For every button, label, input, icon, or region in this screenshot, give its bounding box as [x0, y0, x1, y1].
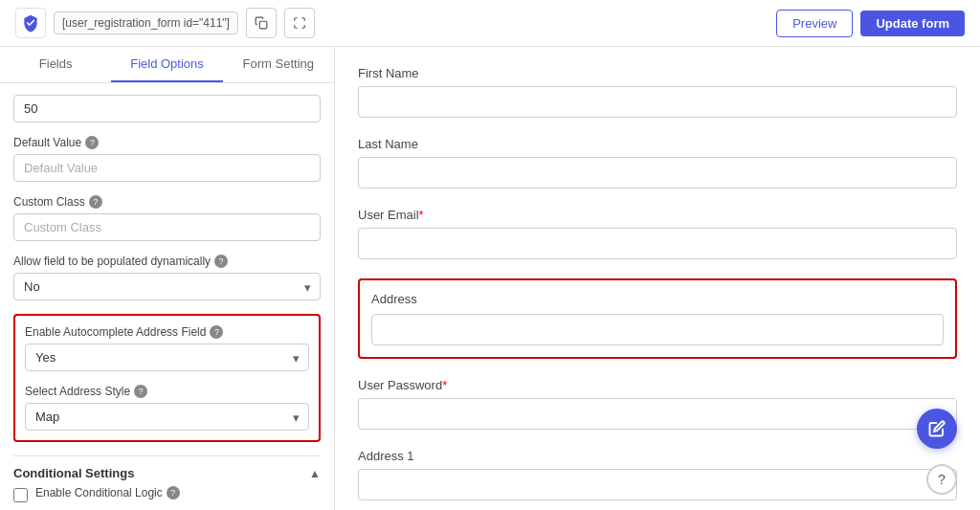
conditional-logic-help-icon[interactable]: ? — [167, 486, 180, 499]
first-name-input[interactable] — [358, 86, 957, 118]
password-required-star: * — [442, 378, 447, 392]
custom-class-help-icon[interactable]: ? — [89, 195, 102, 209]
user-password-label: User Password* — [358, 378, 957, 392]
conditional-settings-title: Conditional Settings — [13, 466, 134, 480]
address-style-select[interactable]: Map Classic — [25, 403, 309, 431]
copy-shortcode-button[interactable] — [246, 8, 277, 38]
email-required-star: * — [419, 208, 424, 222]
tab-form-setting[interactable]: Form Setting — [223, 47, 334, 82]
address-highlighted-section: Address — [358, 278, 957, 359]
address-style-field: Select Address Style ? Map Classic — [25, 385, 309, 431]
autocomplete-select[interactable]: Yes No — [25, 344, 309, 371]
autocomplete-label: Enable Autocomplete Address Field ? — [25, 325, 309, 339]
custom-class-input[interactable] — [13, 213, 321, 241]
shortcode-box: [user_registration_form id="411"] — [54, 11, 238, 34]
first-name-group: First Name — [358, 66, 957, 118]
address1-group: Address 1 — [358, 449, 957, 500]
conditional-logic-row: Enable Conditional Logic ? — [13, 486, 321, 504]
max-length-input[interactable] — [13, 95, 321, 122]
left-panel: Fields Field Options Form Setting Defaul… — [0, 47, 335, 510]
address1-label: Address 1 — [358, 449, 957, 463]
tab-fields[interactable]: Fields — [0, 47, 111, 82]
conditional-logic-checkbox[interactable] — [13, 488, 28, 502]
top-bar-left: [user_registration_form id="411"] — [15, 8, 315, 38]
autocomplete-select-wrapper: Yes No — [25, 344, 309, 371]
user-password-input[interactable] — [358, 398, 957, 430]
allow-dynamic-field: Allow field to be populated dynamically … — [13, 255, 321, 300]
main-content: Fields Field Options Form Setting Defaul… — [0, 47, 980, 510]
tabs: Fields Field Options Form Setting — [0, 47, 334, 83]
svg-rect-0 — [259, 21, 267, 29]
autocomplete-help-icon[interactable]: ? — [210, 325, 223, 339]
default-value-field: Default Value ? — [13, 136, 321, 182]
conditional-settings-section: Conditional Settings ▲ — [13, 455, 321, 486]
custom-class-label: Custom Class ? — [13, 195, 321, 209]
preview-button[interactable]: Preview — [776, 10, 853, 37]
allow-dynamic-select[interactable]: No Yes — [13, 273, 321, 300]
first-name-label: First Name — [358, 66, 957, 80]
right-panel: First Name Last Name User Email* Address — [335, 47, 980, 510]
left-scroll-area: Default Value ? Custom Class ? — [0, 83, 334, 510]
update-form-button[interactable]: Update form — [860, 11, 965, 36]
top-bar-right: Preview Update form — [776, 10, 965, 37]
autocomplete-highlighted-section: Enable Autocomplete Address Field ? Yes … — [13, 314, 321, 442]
logo — [15, 8, 46, 38]
help-fab-button[interactable]: ? — [926, 464, 957, 495]
address-style-help-icon[interactable]: ? — [134, 385, 147, 398]
address-label: Address — [371, 292, 944, 306]
user-email-input[interactable] — [358, 228, 957, 259]
custom-class-field: Custom Class ? — [13, 195, 321, 241]
last-name-label: Last Name — [358, 137, 957, 151]
allow-dynamic-label: Allow field to be populated dynamically … — [13, 255, 321, 268]
address-style-select-wrapper: Map Classic — [25, 403, 309, 431]
enable-conditional-logic-field: Enable Conditional Logic ? — [13, 486, 321, 504]
autocomplete-field: Enable Autocomplete Address Field ? Yes … — [25, 325, 309, 371]
default-value-label: Default Value ? — [13, 136, 321, 149]
allow-dynamic-select-wrapper: No Yes — [13, 273, 321, 300]
allow-dynamic-help-icon[interactable]: ? — [214, 255, 228, 268]
user-email-group: User Email* — [358, 208, 957, 259]
tab-field-options[interactable]: Field Options — [111, 47, 222, 82]
address-input[interactable] — [371, 314, 944, 345]
fullscreen-button[interactable] — [284, 8, 315, 38]
max-length-field — [13, 95, 321, 122]
last-name-input[interactable] — [358, 157, 957, 188]
conditional-settings-toggle[interactable]: ▲ — [309, 467, 321, 480]
default-value-input[interactable] — [13, 154, 321, 182]
user-email-label: User Email* — [358, 208, 957, 222]
edit-fab-button[interactable] — [917, 409, 957, 449]
address-style-label: Select Address Style ? — [25, 385, 309, 398]
last-name-group: Last Name — [358, 137, 957, 188]
default-value-help-icon[interactable]: ? — [85, 136, 99, 149]
address1-input[interactable] — [358, 469, 957, 500]
user-password-group: User Password* — [358, 378, 957, 430]
top-bar: [user_registration_form id="411"] Previe… — [0, 0, 980, 47]
conditional-logic-label: Enable Conditional Logic ? — [35, 486, 180, 499]
shortcode-text: [user_registration_form id="411"] — [54, 11, 238, 34]
